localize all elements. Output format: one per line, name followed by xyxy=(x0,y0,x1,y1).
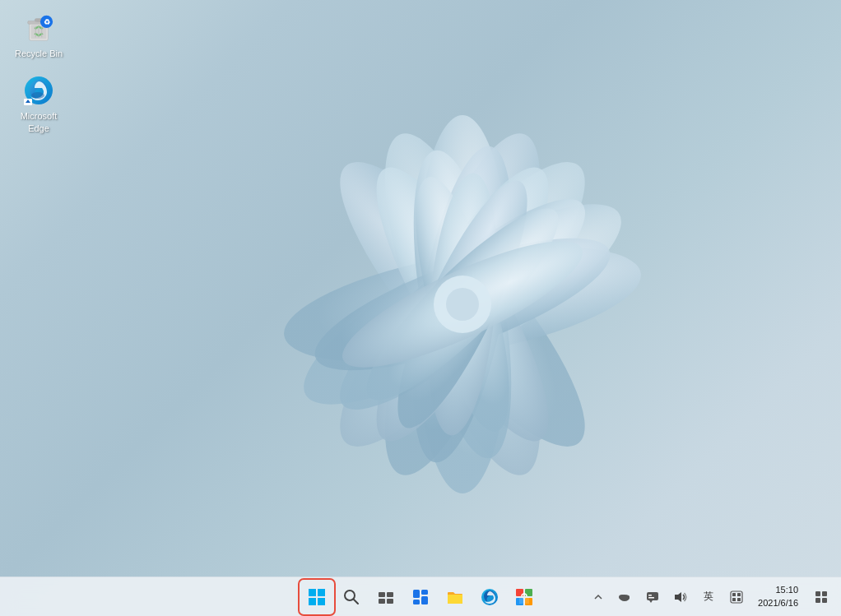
microsoft-edge-label: Microsoft Edge xyxy=(12,110,66,134)
svg-rect-42 xyxy=(387,599,393,604)
ime-button[interactable] xyxy=(725,581,748,614)
svg-rect-57 xyxy=(648,595,652,596)
svg-rect-45 xyxy=(413,600,420,604)
language-button[interactable]: 英 xyxy=(697,581,720,614)
svg-point-54 xyxy=(625,595,630,599)
widgets-button[interactable] xyxy=(404,581,437,614)
svg-line-38 xyxy=(354,599,359,604)
volume-button[interactable] xyxy=(669,581,692,614)
notification-center-icon xyxy=(815,591,828,604)
taskbar: 英 15:10 2021/6/16 xyxy=(0,577,841,616)
ime-icon xyxy=(730,591,743,604)
chat-icon-button[interactable] xyxy=(641,581,664,614)
svg-rect-61 xyxy=(732,593,736,596)
svg-rect-65 xyxy=(815,591,820,596)
windows-logo-icon xyxy=(309,589,325,605)
recycle-bin-icon[interactable]: ♻ Recycle Bin xyxy=(8,8,69,63)
svg-rect-60 xyxy=(731,591,742,603)
svg-text:♻: ♻ xyxy=(44,18,50,26)
wallpaper xyxy=(174,41,750,576)
svg-point-19 xyxy=(446,288,479,321)
language-label: 英 xyxy=(704,590,713,604)
svg-rect-36 xyxy=(318,598,325,605)
taskbar-edge-button[interactable] xyxy=(473,581,506,614)
chat-icon xyxy=(646,591,659,604)
file-explorer-button[interactable] xyxy=(439,581,472,614)
svg-marker-59 xyxy=(675,592,681,602)
volume-icon xyxy=(674,591,687,604)
svg-rect-41 xyxy=(379,599,385,604)
recycle-bin-label: Recycle Bin xyxy=(15,48,63,59)
chevron-up-icon xyxy=(593,592,603,602)
notification-center-button[interactable] xyxy=(808,581,834,614)
svg-rect-58 xyxy=(648,597,654,599)
task-view-icon xyxy=(378,589,394,605)
time-display: 15:10 xyxy=(775,584,798,596)
svg-marker-56 xyxy=(649,600,653,603)
show-hidden-icons-button[interactable] xyxy=(588,581,608,614)
svg-rect-33 xyxy=(309,589,316,596)
svg-rect-39 xyxy=(379,592,385,597)
recycle-bin-image: ♻ xyxy=(22,12,55,44)
search-icon xyxy=(343,589,360,605)
desktop: ♻ Recycle Bin xyxy=(0,0,841,616)
microsoft-edge-icon[interactable]: Microsoft Edge xyxy=(8,71,69,137)
svg-rect-44 xyxy=(421,590,428,595)
svg-rect-35 xyxy=(309,598,316,605)
microsoft-store-button[interactable] xyxy=(508,581,541,614)
task-view-button[interactable] xyxy=(369,581,402,614)
svg-rect-63 xyxy=(732,598,736,601)
date-display: 2021/6/16 xyxy=(758,597,798,609)
clock[interactable]: 15:10 2021/6/16 xyxy=(753,582,803,611)
widgets-icon xyxy=(412,589,429,605)
svg-rect-43 xyxy=(413,590,420,598)
network-icon[interactable] xyxy=(613,581,636,614)
taskbar-edge-icon xyxy=(481,588,499,606)
file-explorer-icon xyxy=(446,588,464,606)
svg-rect-67 xyxy=(815,598,820,603)
desktop-icons-area: ♻ Recycle Bin xyxy=(8,8,69,137)
svg-rect-66 xyxy=(822,591,827,596)
system-tray: 英 15:10 2021/6/16 xyxy=(588,581,834,614)
microsoft-store-icon xyxy=(515,588,533,606)
svg-point-30 xyxy=(31,92,44,99)
svg-rect-68 xyxy=(822,598,827,603)
svg-rect-46 xyxy=(421,596,428,604)
svg-rect-55 xyxy=(647,592,658,600)
svg-rect-34 xyxy=(318,589,325,596)
svg-rect-64 xyxy=(737,598,741,601)
search-button[interactable] xyxy=(335,581,368,614)
taskbar-center xyxy=(300,581,541,614)
cloud-icon xyxy=(618,591,631,604)
start-button[interactable] xyxy=(300,581,333,614)
svg-point-53 xyxy=(619,595,625,600)
svg-rect-62 xyxy=(737,593,741,596)
svg-rect-40 xyxy=(387,592,393,597)
microsoft-edge-image xyxy=(22,74,55,107)
